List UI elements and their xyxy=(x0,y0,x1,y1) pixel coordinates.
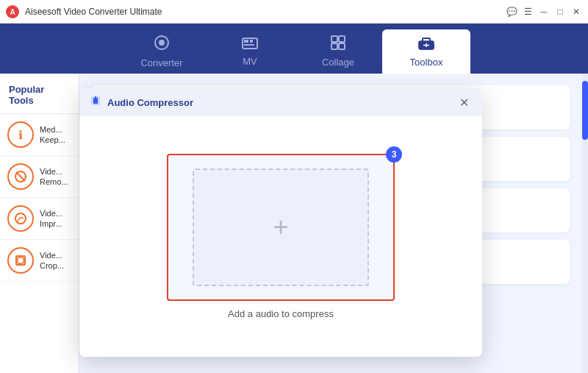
sidebar-item-title: Med... xyxy=(40,124,65,135)
sidebar-item-title4: Vide... xyxy=(40,250,64,260)
mv-icon xyxy=(242,36,258,53)
svg-rect-11 xyxy=(339,43,345,49)
video-watermark-icon xyxy=(7,163,34,190)
titlebar: A Aiseesoft Video Converter Ultimate 💬 ☰… xyxy=(0,0,588,24)
svg-rect-8 xyxy=(331,36,337,42)
sidebar-item-media-metadata[interactable]: ℹ Med... Keep... xyxy=(0,114,79,156)
tab-collage[interactable]: Collage xyxy=(294,29,382,74)
sidebar-item-video-enhancer-text: Vide... Impr... xyxy=(40,208,62,230)
sidebar-item-title3: Vide... xyxy=(40,208,62,219)
drop-zone[interactable]: + xyxy=(167,154,395,301)
titlebar-left: A Aiseesoft Video Converter Ultimate xyxy=(6,5,162,18)
titlebar-controls: 💬 ☰ ─ □ ✕ xyxy=(506,6,582,18)
modal-close-button[interactable]: ✕ xyxy=(456,94,472,110)
sidebar-item-video-watermark-text: Vide... Remo... xyxy=(40,166,68,188)
drop-zone-inner: + xyxy=(193,168,369,286)
collage-icon xyxy=(331,35,345,54)
sidebar-item-desc2: Remo... xyxy=(40,177,68,187)
svg-rect-10 xyxy=(331,43,337,49)
close-button[interactable]: ✕ xyxy=(570,6,582,18)
sidebar-item-desc4: Crop... xyxy=(40,260,64,271)
svg-text:A: A xyxy=(10,8,15,16)
menu-button[interactable]: ☰ xyxy=(522,6,534,18)
svg-line-18 xyxy=(16,172,25,181)
sidebar: Popular Tools ℹ Med... Keep... Vide... R… xyxy=(0,74,79,373)
modal-title: Audio Compressor xyxy=(107,97,193,108)
tab-converter[interactable]: Converter xyxy=(118,29,206,74)
scrollbar[interactable] xyxy=(582,74,588,373)
svg-rect-5 xyxy=(244,40,248,43)
app-icon: A xyxy=(6,5,19,18)
modal-body: + 3 Add a audio to compress xyxy=(79,116,482,357)
toolbox-icon xyxy=(418,35,434,54)
minimize-button[interactable]: ─ xyxy=(538,6,550,18)
tab-collage-label: Collage xyxy=(322,57,354,68)
media-metadata-icon: ℹ xyxy=(7,121,34,148)
tab-toolbox[interactable]: Toolbox xyxy=(382,29,470,74)
drop-zone-label: Add a audio to compress xyxy=(228,308,334,319)
sidebar-item-media-metadata-text: Med... Keep... xyxy=(40,124,65,146)
svg-point-19 xyxy=(15,213,26,224)
sidebar-title: Popular Tools xyxy=(0,74,79,114)
sidebar-item-video-cropper-text: Vide... Crop... xyxy=(40,250,64,271)
main-content: Popular Tools ℹ Med... Keep... Vide... R… xyxy=(0,74,588,373)
tab-mv[interactable]: MV xyxy=(206,29,294,74)
sidebar-item-video-watermark[interactable]: Vide... Remo... xyxy=(0,156,79,198)
plus-icon: + xyxy=(273,214,288,241)
chat-button[interactable]: 💬 xyxy=(506,6,517,18)
tab-toolbox-label: Toolbox xyxy=(410,57,443,68)
sidebar-item-video-cropper[interactable]: Vide... Crop... xyxy=(0,240,79,282)
sidebar-item-desc3: Impr... xyxy=(40,219,62,229)
svg-rect-30 xyxy=(93,98,98,104)
video-enhancer-icon xyxy=(7,205,34,232)
badge-count: 3 xyxy=(386,146,402,163)
drop-zone-wrapper: + 3 xyxy=(167,154,395,301)
nav-bar: Converter MV Collage xyxy=(0,24,588,74)
titlebar-title: Aiseesoft Video Converter Ultimate xyxy=(25,7,162,17)
video-cropper-icon xyxy=(7,247,34,274)
scrollbar-thumb[interactable] xyxy=(582,81,588,140)
maximize-button[interactable]: □ xyxy=(554,6,566,18)
sidebar-item-desc: Keep... xyxy=(40,135,65,145)
svg-rect-7 xyxy=(244,44,254,46)
tab-mv-label: MV xyxy=(243,56,257,67)
modal-header-left: Audio Compressor xyxy=(90,95,193,110)
svg-rect-6 xyxy=(250,40,253,43)
svg-rect-9 xyxy=(339,36,345,42)
converter-icon xyxy=(154,35,170,54)
sidebar-item-video-enhancer[interactable]: Vide... Impr... xyxy=(0,198,79,240)
sidebar-item-title2: Vide... xyxy=(40,166,68,177)
modal-header: Audio Compressor ✕ xyxy=(79,88,482,116)
svg-rect-21 xyxy=(18,257,24,263)
svg-point-3 xyxy=(159,40,165,46)
tab-converter-label: Converter xyxy=(140,57,182,68)
modal-header-icon xyxy=(90,95,101,110)
modal-audio-compressor: Audio Compressor ✕ + 3 Add a audio to co… xyxy=(79,88,482,357)
